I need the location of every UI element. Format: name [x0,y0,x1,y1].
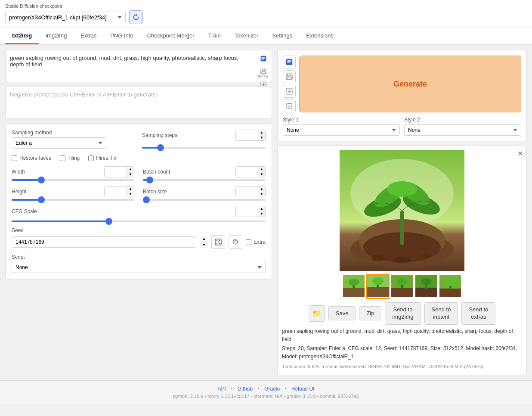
height-input-group: 512 ▲ ▼ [104,186,134,197]
svg-point-49 [445,279,456,286]
style2-select[interactable]: None [404,124,521,136]
cfg-slider[interactable] [12,220,266,222]
height-value-input[interactable]: 512 [105,187,127,196]
batch-count-slider[interactable] [143,179,266,181]
sampling-method-label: Sampling method [12,130,135,136]
right-panel: Generate Style 1 None Style 2 None [277,50,527,375]
steps-value-input[interactable]: 20 [236,130,258,140]
height-spinners: ▲ ▼ [127,186,134,197]
tiling-checkbox[interactable]: Tiling [60,155,80,161]
width-value-input[interactable]: 512 [105,167,127,177]
positive-prompt-input[interactable]: green sapling rowing out of ground, mud,… [6,50,272,81]
hires-fix-label: Hires. fix [96,155,116,161]
batch-count-up-button[interactable]: ▲ [258,167,265,172]
seed-label: Seed [12,227,266,233]
checkpoint-row: protogenX34OfficialR_1.ckpt [60fe2f34] [5,10,527,24]
batch-size-group: Batch size 1 ▲ ▼ [143,186,266,201]
github-link[interactable]: Github [238,386,253,392]
width-up-button[interactable]: ▲ [127,167,134,172]
svg-point-45 [421,278,431,285]
thumbnail-4[interactable] [415,275,437,298]
thumbnail-5[interactable] [439,275,461,298]
divider-3: • [285,386,286,392]
sampling-steps-group: Sampling steps 20 ▲ ▼ [142,130,266,150]
seed-dice-button[interactable] [211,235,225,249]
tab-extensions[interactable]: Extensions [299,28,340,44]
thumbnail-2[interactable] [367,275,389,298]
tab-extras[interactable]: Extras [74,28,103,44]
steps-up-button[interactable]: ▲ [258,130,265,135]
batch-size-slider[interactable] [143,199,266,201]
seed-down-button[interactable]: ▼ [200,242,208,248]
batch-size-up-button[interactable]: ▲ [258,186,265,192]
script-label: Script [12,254,266,260]
cfg-down-button[interactable]: ▼ [258,211,265,217]
width-group: Width 512 ▲ ▼ [12,166,134,181]
edit-prompt-button[interactable] [258,53,269,64]
height-up-button[interactable]: ▲ [127,186,134,192]
tab-img2img[interactable]: img2img [39,28,74,44]
generate-panel: Generate Style 1 None Style 2 None [277,50,527,141]
zip-button[interactable]: Zip [359,306,381,320]
generate-button[interactable]: Generate [299,56,521,112]
batch-size-value-input[interactable]: 1 [236,187,258,196]
checkpoint-select[interactable]: protogenX34OfficialR_1.ckpt [60fe2f34] [5,12,126,23]
extra-checkbox[interactable]: Extra [246,239,266,245]
cfg-value-input[interactable]: 12 [236,207,258,216]
thumbnail-1[interactable] [343,275,365,298]
sampling-method-select[interactable]: Euler a Euler LMS Heun [12,137,106,149]
output-timing: Time taken: 8.62s Torch active/reserved:… [282,363,522,371]
close-image-button[interactable]: ✕ [517,149,523,158]
restore-faces-checkbox[interactable]: Restore faces [12,155,51,161]
steps-slider[interactable] [142,147,266,149]
batch-count-spinners: ▲ ▼ [258,167,265,177]
script-select[interactable]: None X/Y/Z plot Prompt matrix [12,262,266,273]
cfg-up-button[interactable]: ▲ [258,206,265,211]
svg-point-27 [372,255,385,261]
save-button[interactable]: Save [328,306,356,320]
seed-input[interactable]: 1441787169 [12,236,196,248]
style1-select[interactable]: None [283,124,400,136]
sampling-steps-label: Sampling steps [142,132,185,138]
thumbnail-3[interactable] [391,275,413,298]
width-input-group: 512 ▲ ▼ [104,166,134,177]
steps-down-button[interactable]: ▼ [258,135,265,140]
seed-recycle-button[interactable] [229,235,242,249]
batch-count-value-input[interactable]: 4 [236,167,258,177]
hires-fix-checkbox[interactable]: Hires. fix [88,155,116,161]
paste-prompt-button[interactable] [283,56,296,68]
tab-checkpoint-merger[interactable]: Checkpoint Merger [140,28,201,44]
send-inpaint-button[interactable]: Send toinpaint [424,302,458,325]
height-slider[interactable] [12,199,134,201]
main-image-container [282,150,522,271]
seed-up-button[interactable]: ▲ [200,236,208,242]
sampling-method-group: Sampling method Euler a Euler LMS Heun [12,130,135,150]
negative-prompt-input[interactable] [6,87,272,117]
width-slider[interactable] [12,179,134,181]
checkpoint-label: Stable Diffusion checkpoint [5,3,527,9]
divider-2: • [258,386,260,392]
svg-rect-43 [415,288,437,297]
send-img2img-button[interactable]: Send toimg2img [385,302,421,325]
tab-train[interactable]: Train [201,28,228,44]
open-folder-button[interactable]: 📁 [309,305,325,322]
output-params-text: Steps: 20, Sampler: Euler a, CFG scale: … [282,345,522,361]
svg-rect-11 [286,59,292,65]
tab-tokenizer[interactable]: Tokenizer [228,28,266,44]
gradio-link[interactable]: Gradio [264,386,280,392]
tab-png-info[interactable]: PNG Info [103,28,140,44]
send-extras-button[interactable]: Send toextras [461,302,495,325]
svg-point-7 [219,243,220,244]
tab-settings[interactable]: Settings [265,28,299,44]
apply-style-button[interactable] [283,85,296,98]
reload-ui-link[interactable]: Reload UI [291,386,314,392]
tab-txt2img[interactable]: txt2img [5,28,39,44]
steps-spinners: ▲ ▼ [258,130,265,140]
svg-rect-21 [400,211,404,245]
height-label: Height [12,189,27,195]
save-style-button[interactable] [283,70,296,83]
api-link[interactable]: API [218,386,226,392]
main-content: green sapling rowing out of ground, mud,… [0,45,532,380]
clear-prompt-button[interactable] [283,99,296,112]
refresh-checkpoint-button[interactable] [129,10,143,24]
